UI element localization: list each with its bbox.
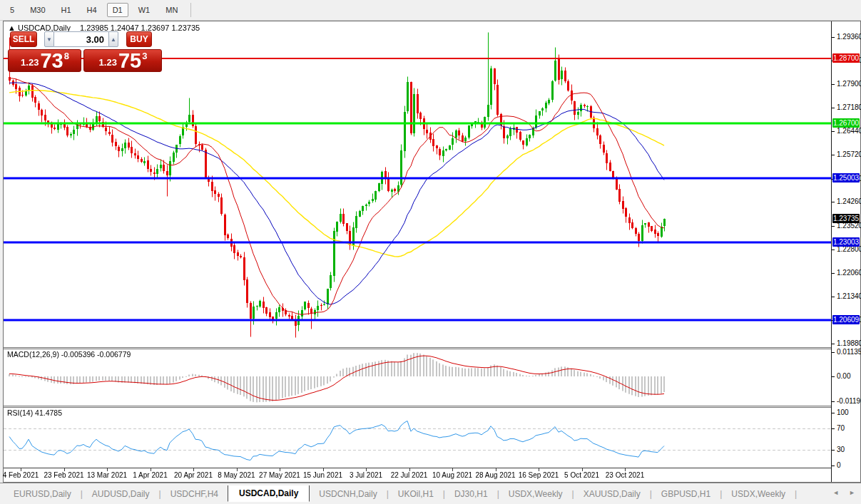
scroll-tabs-left-icon[interactable]: ◄: [832, 489, 839, 496]
tab-usdcnh-daily[interactable]: USDCNH,Daily: [310, 487, 386, 501]
time-axis-label: 23 Oct 2021: [606, 471, 644, 479]
bid-price-button[interactable]: 1.23 73 8: [8, 49, 81, 72]
time-axis-label: 8 May 2021: [218, 471, 255, 479]
scale-tick: [832, 273, 835, 274]
toolbar-divider: [190, 3, 191, 17]
timeframe-button-h4[interactable]: H4: [81, 3, 103, 17]
scale-label: 1.19880: [837, 339, 861, 347]
tab-scroll-controls: ◄ ►: [832, 489, 855, 496]
tab-separator: |: [795, 489, 797, 499]
triangle-up-icon: ▲: [111, 36, 116, 43]
scale-label: 1.24260: [837, 197, 861, 205]
scale-tick: [832, 466, 835, 466]
one-click-trade-widget: SELL ▼ ▲ BUY 1.23 73 8 1.23 75 3: [8, 31, 162, 72]
price-line-badge: 1.23003: [832, 237, 860, 247]
scale-tick: [832, 376, 835, 377]
scale-tick: [832, 202, 835, 202]
scale-tick: [832, 413, 835, 413]
scale-label: -0.01190: [837, 397, 861, 405]
scale-tick: [832, 428, 835, 429]
scale-label: 100: [837, 408, 849, 416]
rsi-canvas[interactable]: [4, 408, 831, 468]
tab-dj30-h1[interactable]: DJ30,H1: [445, 487, 497, 501]
timeframe-button-5[interactable]: 5: [4, 3, 20, 17]
tab-xauusd-daily[interactable]: XAUUSD,Daily: [574, 487, 650, 501]
volume-decrease-button[interactable]: ▼: [44, 31, 54, 47]
scale-label: 1.25720: [837, 150, 861, 158]
macd-panel-splitter[interactable]: [4, 347, 860, 349]
timeframe-button-mn[interactable]: MN: [160, 3, 183, 17]
scale-label: 1.21340: [837, 292, 861, 300]
scale-tick: [832, 297, 835, 297]
scale-label: 1.27180: [837, 103, 861, 111]
scale-tick: [832, 37, 835, 38]
scale-tick: [832, 401, 835, 402]
timeframe-button-h1[interactable]: H1: [56, 3, 77, 17]
price-line-badge: 1.20609: [832, 315, 860, 324]
price-line-badge: 1.26700: [832, 118, 860, 128]
scale-label: 1.26440: [837, 127, 861, 135]
scroll-tabs-right-icon[interactable]: ►: [849, 489, 855, 496]
plot-area: [4, 21, 831, 482]
time-axis-label: 5 Oct 2021: [564, 471, 599, 479]
scale-tick: [832, 108, 835, 108]
tab-usdcad-daily[interactable]: USDCAD,Daily: [228, 485, 310, 502]
scale-tick: [832, 450, 835, 451]
time-axis-label: 3 Jul 2021: [350, 471, 382, 479]
time-axis[interactable]: 4 Feb 202123 Feb 202113 Mar 20211 Apr 20…: [4, 468, 860, 482]
tab-usdchf-h4[interactable]: USDCHF,H4: [161, 487, 228, 501]
chart-tab-bar: EURUSD,Daily|AUDUSD,Daily|USDCHF,H4USDCA…: [0, 483, 861, 504]
scale-tick: [832, 226, 835, 227]
scale-tick: [832, 84, 835, 85]
time-axis-label: 23 Feb 2021: [44, 471, 83, 479]
time-axis-label: 16 Sep 2021: [519, 471, 559, 479]
price-line-badge: 1.28700: [832, 53, 860, 63]
time-axis-label: 20 Apr 2021: [174, 471, 213, 479]
volume-input[interactable]: [54, 31, 108, 47]
ask-price-main: 75: [118, 51, 141, 70]
ask-price-button[interactable]: 1.23 75 3: [83, 49, 162, 72]
scale-label: 0.01135: [837, 348, 861, 356]
time-axis-label: 15 Jun 2021: [303, 471, 342, 479]
scale-tick: [832, 131, 835, 132]
timeframe-button-m30[interactable]: M30: [24, 3, 51, 17]
scale-label: 0.00: [837, 372, 850, 380]
timeframe-button-d1[interactable]: D1: [107, 3, 128, 17]
scale-label: 0: [837, 461, 841, 469]
time-axis-label: 27 May 2021: [259, 471, 300, 479]
time-axis-label: 28 Aug 2021: [475, 471, 515, 479]
time-axis-label: 10 Aug 2021: [432, 471, 472, 479]
tab-audusd-daily[interactable]: AUDUSD,Daily: [83, 487, 159, 501]
macd-indicator-label: MACD(12,26,9) -0.005396 -0.006779: [7, 350, 131, 359]
buy-button[interactable]: BUY: [126, 31, 152, 47]
scale-tick: [832, 250, 835, 250]
scale-label: 1.27900: [837, 80, 861, 88]
tab-ukoil-h1[interactable]: UKOil,H1: [389, 487, 443, 501]
tab-eurusd-daily[interactable]: EURUSD,Daily: [4, 487, 81, 501]
terminal-window: 5M30H1H4D1W1MN ▲ USDCAD,Daily 1.23985 1.…: [0, 0, 861, 504]
scale-label: 1.29360: [837, 33, 861, 41]
volume-increase-button[interactable]: ▲: [108, 31, 118, 47]
timeframe-toolbar: 5M30H1H4D1W1MN: [0, 0, 861, 21]
ask-price-prefix: 1.23: [99, 57, 117, 68]
scale-tick: [832, 352, 835, 353]
rsi-indicator-label: RSI(14) 41.4785: [7, 408, 62, 417]
time-axis-label: 1 Apr 2021: [133, 471, 167, 479]
time-axis-label: 4 Feb 2021: [3, 471, 39, 479]
time-axis-label: 13 Mar 2021: [87, 471, 127, 479]
price-line-badge: 1.23735: [832, 214, 860, 223]
chart-window: ▲ USDCAD,Daily 1.23985 1.24047 1.23697 1…: [3, 21, 861, 483]
price-scale[interactable]: 1.293601.286401.279001.271801.264401.257…: [831, 21, 860, 482]
time-axis-label: 22 Jul 2021: [391, 471, 428, 479]
bid-price-main: 73: [40, 51, 63, 70]
rsi-panel-splitter[interactable]: [4, 406, 860, 408]
scale-label: 1.22060: [837, 269, 861, 277]
timeframe-button-w1[interactable]: W1: [133, 3, 156, 17]
tab-gbpusd-h1[interactable]: GBPUSD,H1: [652, 487, 720, 501]
sell-button[interactable]: SELL: [10, 31, 37, 47]
ask-price-pipette: 3: [142, 51, 147, 61]
triangle-down-icon: ▼: [46, 36, 52, 43]
bid-price-pipette: 8: [64, 51, 69, 61]
tab-usdx-weekly[interactable]: USDX,Weekly: [722, 487, 795, 501]
tab-usdx-weekly[interactable]: USDX,Weekly: [499, 487, 572, 501]
